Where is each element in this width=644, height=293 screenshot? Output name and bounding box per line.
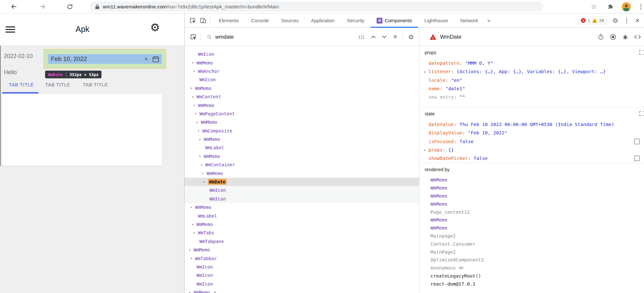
kv-value[interactable]: "Feb 10, 2022" (468, 130, 507, 135)
app-tab-1[interactable]: TAB TITLE (9, 82, 34, 87)
tree-row[interactable]: WmIcon (185, 186, 419, 194)
kv-row-showDatePicker[interactable]: showDatePicker:false (419, 154, 644, 162)
expand-arrow-icon[interactable]: ▾ (193, 69, 198, 73)
rendered-by-item[interactable]: Anonymous (419, 264, 644, 272)
rendered-by-item[interactable]: react-dom@17.0.1 (419, 280, 644, 288)
components-settings-gear-icon[interactable]: ⚙ (408, 33, 414, 41)
expand-arrow-icon[interactable]: ▾ (192, 95, 197, 99)
expand-arrow-icon[interactable]: ▾ (197, 129, 202, 132)
tree-row[interactable]: WmLabel (185, 143, 419, 152)
devtools-tab-application[interactable]: Application (305, 14, 341, 28)
expand-arrow-icon[interactable]: ▸ (424, 70, 428, 73)
rendered-by-item[interactable]: Context.Consumer (419, 240, 644, 248)
tree-row[interactable]: ▾WmMemo (185, 84, 419, 93)
rendered-by-item[interactable]: WmMemo (419, 176, 644, 184)
expand-arrow-icon[interactable]: ▾ (192, 61, 197, 64)
tree-row[interactable]: ▾WmPageContent (185, 110, 419, 118)
calendar-icon[interactable] (152, 55, 159, 63)
tree-row[interactable]: WmTabpane (185, 237, 419, 246)
rendered-by-item[interactable]: Mainpage2 (419, 232, 644, 240)
rendered-by-item[interactable]: Page_content12 (419, 208, 644, 216)
tree-row[interactable]: ▾WmComposite (185, 127, 419, 135)
tree-row[interactable]: ▾WmMemo (185, 246, 419, 254)
view-source-code-icon[interactable] (634, 34, 641, 40)
copy-props-icon[interactable] (639, 50, 644, 55)
value-checkbox[interactable] (634, 139, 640, 144)
expand-arrow-icon[interactable]: ▾ (202, 171, 207, 175)
tree-row[interactable]: ▾WmMemo (185, 220, 419, 229)
copy-state-icon[interactable] (639, 111, 644, 116)
expand-arrow-icon[interactable]: ▾ (203, 180, 208, 184)
kv-value[interactable]: "date1" (446, 86, 465, 91)
tree-row[interactable]: ▾WmMemo (185, 118, 419, 126)
devtools-tab-lighthouse[interactable]: Lighthouse (418, 14, 454, 28)
clear-search-icon[interactable]: ✕ (393, 34, 398, 40)
expand-arrow-icon[interactable]: ▾ (192, 223, 197, 226)
tree-row[interactable]: WmIcon (185, 195, 419, 203)
expand-arrow-icon[interactable]: ▾ (200, 163, 205, 167)
tree-row[interactable]: ▾WmContent (185, 93, 419, 101)
tree-row[interactable]: WmIcon (185, 263, 419, 271)
devtools-tab-sources[interactable]: Sources (275, 14, 305, 28)
devtools-tab-components[interactable]: Components (370, 14, 418, 28)
tree-row[interactable]: ▾WmDate (185, 178, 419, 186)
date-clear-icon[interactable]: × (144, 56, 148, 63)
rendered-by-item[interactable]: WmMemo (419, 184, 644, 192)
address-bar[interactable]: wm11.wavemakeronline.com/run-7x9x2d8c1p/… (90, 2, 543, 12)
expand-arrow-icon[interactable]: ▾ (196, 121, 201, 124)
kv-value[interactable]: "en" (451, 78, 462, 83)
rendered-by-item[interactable]: MainPage2 (419, 248, 644, 256)
tree-row[interactable]: ▾WmMemo (185, 58, 419, 67)
expand-arrow-icon[interactable]: ▸ (424, 148, 428, 152)
expand-arrow-icon[interactable]: ▾ (195, 112, 199, 115)
expand-arrow-icon[interactable]: ▾ (199, 138, 204, 141)
forward-icon[interactable] (39, 3, 46, 11)
kv-row-isFocused[interactable]: isFocused:false (419, 137, 644, 146)
tree-row[interactable]: ▾WmMemo (185, 169, 419, 177)
kv-row-locale[interactable]: locale:"en" (419, 76, 644, 84)
kv-row-listener[interactable]: ▸listener:{Actions: {…}, App: {…}, Varia… (419, 67, 644, 76)
kv-row-new-entry[interactable]: new entry:"" (419, 93, 644, 101)
next-match-icon[interactable] (382, 35, 387, 38)
devtools-close-icon[interactable]: ✕ (635, 18, 640, 24)
kv-value[interactable]: "" (459, 94, 465, 100)
tree-row[interactable]: ▾WmMemo (185, 135, 419, 143)
tree-row[interactable]: ▾WmAnchor (185, 67, 419, 75)
tree-row[interactable]: ▾WmMemo (185, 288, 419, 293)
tree-row[interactable]: WmIcon (185, 50, 419, 58)
select-component-icon[interactable] (189, 33, 197, 41)
component-search-input[interactable] (215, 34, 325, 40)
browser-menu-icon[interactable]: ⋮ (638, 4, 644, 10)
bookmark-star-icon[interactable]: ☆ (591, 3, 597, 10)
kv-value[interactable]: {} (448, 147, 454, 152)
devtools-tab-elements[interactable]: Elements (213, 14, 245, 28)
tree-row[interactable]: WmIcon (185, 75, 419, 84)
console-status-badge[interactable]: ✕ 1 ! 26 (578, 17, 607, 24)
rendered-by-item[interactable]: WmMemo (419, 192, 644, 200)
debug-bug-icon[interactable] (622, 34, 629, 40)
tree-row[interactable]: ▾WmMemo (185, 101, 419, 109)
kv-value[interactable]: false (474, 156, 488, 161)
extensions-puzzle-icon[interactable] (607, 3, 614, 11)
tree-row[interactable]: ▾WmMemo (185, 203, 419, 211)
more-tabs-icon[interactable]: » (484, 17, 494, 24)
back-icon[interactable] (10, 3, 18, 11)
kv-value[interactable]: Thu Feb 10 2022 00:00:00 GMT+0530 (India… (459, 122, 614, 127)
kv-row-name[interactable]: name:"date1" (419, 84, 644, 93)
devtools-menu-icon[interactable]: ⋮ (624, 18, 630, 24)
kv-value[interactable]: false (459, 139, 474, 144)
kv-value[interactable]: {Actions: {…}, App: {…}, Variables: {…},… (457, 69, 606, 74)
devtools-tab-console[interactable]: Console (245, 14, 275, 28)
tree-row[interactable]: ▾WmTabbar (185, 254, 419, 262)
tree-row[interactable]: ▾WmContainer (185, 161, 419, 169)
tree-row[interactable]: ▾WmTabs (185, 229, 419, 237)
expand-arrow-icon[interactable]: ▾ (193, 231, 198, 235)
app-settings-gear-icon[interactable]: ⚙ (150, 22, 160, 33)
inspect-element-icon[interactable] (188, 16, 197, 25)
kv-value[interactable]: "MMM D, Y" (465, 61, 493, 66)
tree-row[interactable]: WmIcon (185, 280, 419, 288)
devtools-tab-network[interactable]: Network (454, 14, 484, 28)
kv-row-props[interactable]: ▸props:{} (419, 146, 644, 154)
rendered-by-item[interactable]: WmMemo (419, 224, 644, 232)
expand-arrow-icon[interactable]: ▾ (190, 257, 195, 260)
